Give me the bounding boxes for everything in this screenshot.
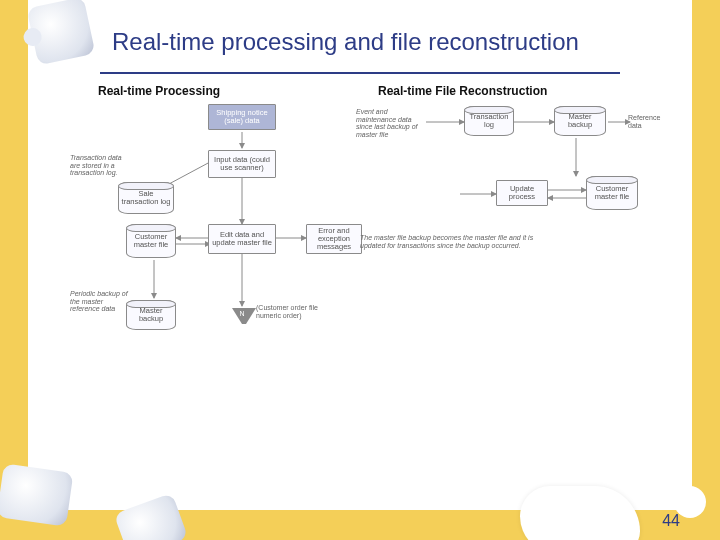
node-input-data: Input data (could use scanner) [208, 150, 276, 178]
left-column: Real-time Processing Shipping notice (sa… [80, 84, 360, 364]
label-reference-data: Reference data [628, 114, 672, 129]
title-divider [100, 72, 620, 74]
right-diagram: Event and maintenance data since last ba… [360, 104, 640, 364]
node-update-process: Update process [496, 180, 548, 206]
note-backup: Periodic backup of the master reference … [70, 290, 130, 313]
node-edit-update: Edit data and update master file [208, 224, 276, 254]
node-error-messages: Error and exception messages [306, 224, 362, 254]
cylinder-master-backup: Master backup [554, 106, 606, 136]
columns: Real-time Processing Shipping notice (sa… [40, 84, 680, 364]
slide-content: Real-time processing and file reconstruc… [40, 20, 680, 500]
cylinder-master-backup: Master backup [126, 300, 176, 330]
note-events: Event and maintenance data since last ba… [356, 108, 420, 139]
left-diagram: Shipping notice (sale) data Input data (… [80, 104, 360, 364]
right-column: Real-time File Reconstruction Event and … [360, 84, 640, 364]
triangle-sort: N [232, 308, 256, 328]
cylinder-transaction-log: Transaction log [464, 106, 514, 136]
cylinder-customer-master: Customer master file [126, 224, 176, 258]
node-shipping-notice: Shipping notice (sale) data [208, 104, 276, 130]
cylinder-customer-master: Customer master file [586, 176, 638, 210]
note-sort: (Customer order file numeric order) [256, 304, 336, 319]
page-number: 44 [662, 512, 680, 530]
page-title: Real-time processing and file reconstruc… [112, 28, 680, 56]
note-main: The master file backup becomes the maste… [360, 234, 560, 249]
right-subtitle: Real-time File Reconstruction [378, 84, 640, 98]
note-transaction: Transaction data are stored in a transac… [70, 154, 130, 177]
cylinder-sale-log: Sale transaction log [118, 182, 174, 214]
left-subtitle: Real-time Processing [98, 84, 360, 98]
